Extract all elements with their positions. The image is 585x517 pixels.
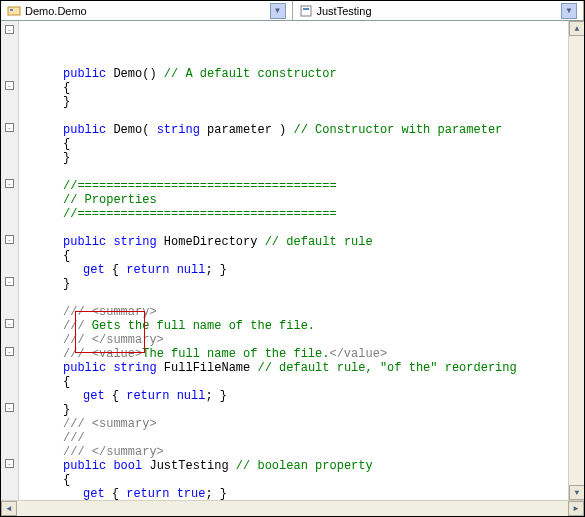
dropdown-icon[interactable]: ▼ <box>561 3 577 19</box>
fold-toggle-icon[interactable]: - <box>5 347 14 356</box>
fold-toggle-icon[interactable]: - <box>5 235 14 244</box>
code-line <box>23 221 568 235</box>
svg-rect-0 <box>8 7 20 15</box>
code-line <box>23 291 568 305</box>
code-line: //==================================== <box>23 179 568 193</box>
tab-right-label: JustTesting <box>317 5 372 17</box>
svg-rect-2 <box>301 6 311 16</box>
code-line: } <box>23 151 568 165</box>
code-line: /// </summary> <box>23 333 568 347</box>
fold-gutter[interactable]: ---------- <box>1 21 19 500</box>
tab-left-label: Demo.Demo <box>25 5 87 17</box>
fold-toggle-icon[interactable]: - <box>5 403 14 412</box>
code-line: public Demo( string parameter ) // Const… <box>23 123 568 137</box>
fold-toggle-icon[interactable]: - <box>5 81 14 90</box>
scroll-left-icon[interactable]: ◄ <box>1 501 17 516</box>
code-line: { <box>23 137 568 151</box>
code-line: } <box>23 277 568 291</box>
dropdown-icon[interactable]: ▼ <box>270 3 286 19</box>
editor-content: ---------- public Demo() // A default co… <box>1 21 584 500</box>
code-line: { <box>23 249 568 263</box>
tab-left[interactable]: Demo.Demo ▼ <box>1 1 293 20</box>
code-line: public string HomeDirectory // default r… <box>23 235 568 249</box>
code-line: { <box>23 375 568 389</box>
fold-toggle-icon[interactable]: - <box>5 123 14 132</box>
class-icon <box>7 4 21 18</box>
code-line: } <box>23 403 568 417</box>
code-line: //==================================== <box>23 207 568 221</box>
code-line: public bool JustTesting // boolean prope… <box>23 459 568 473</box>
code-line: /// Gets the full name of the file. <box>23 319 568 333</box>
tab-bar: Demo.Demo ▼ JustTesting ▼ <box>1 1 584 21</box>
code-line: /// </summary> <box>23 445 568 459</box>
horizontal-scrollbar[interactable]: ◄ ► <box>1 500 584 516</box>
code-line: /// <summary> <box>23 417 568 431</box>
code-editor[interactable]: public Demo() // A default constructor{}… <box>19 21 568 500</box>
code-line: /// <summary> <box>23 305 568 319</box>
scroll-track[interactable] <box>569 36 584 485</box>
property-icon <box>299 4 313 18</box>
code-line: { <box>23 81 568 95</box>
fold-toggle-icon[interactable]: - <box>5 319 14 328</box>
code-line: get { return true; } <box>23 487 568 500</box>
scroll-up-icon[interactable]: ▲ <box>569 21 584 36</box>
tab-right[interactable]: JustTesting ▼ <box>293 1 585 20</box>
code-line: // Properties <box>23 193 568 207</box>
code-line: public string FullFileName // default ru… <box>23 361 568 375</box>
scroll-track[interactable] <box>17 501 568 516</box>
code-line: get { return null; } <box>23 263 568 277</box>
fold-toggle-icon[interactable]: - <box>5 25 14 34</box>
code-line: /// <value>The full name of the file.</v… <box>23 347 568 361</box>
vertical-scrollbar[interactable]: ▲ ▼ <box>568 21 584 500</box>
svg-rect-3 <box>303 8 309 10</box>
code-line: /// <box>23 431 568 445</box>
code-line: { <box>23 473 568 487</box>
code-line: get { return null; } <box>23 389 568 403</box>
svg-rect-1 <box>10 9 13 11</box>
fold-toggle-icon[interactable]: - <box>5 179 14 188</box>
code-line: } <box>23 95 568 109</box>
scroll-right-icon[interactable]: ► <box>568 501 584 516</box>
fold-toggle-icon[interactable]: - <box>5 459 14 468</box>
code-line: public Demo() // A default constructor <box>23 67 568 81</box>
code-line <box>23 109 568 123</box>
scroll-down-icon[interactable]: ▼ <box>569 485 584 500</box>
fold-toggle-icon[interactable]: - <box>5 277 14 286</box>
code-line <box>23 165 568 179</box>
